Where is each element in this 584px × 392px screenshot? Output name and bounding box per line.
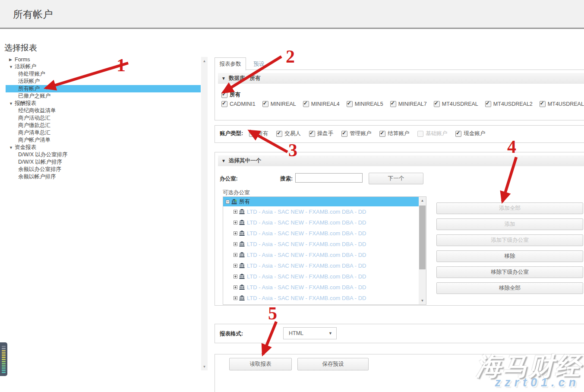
office-action-button[interactable]: 移除下级办公室 xyxy=(436,266,583,278)
database-all-checkbox[interactable]: 所有 xyxy=(221,91,240,98)
checkbox-icon[interactable] xyxy=(455,131,461,137)
collapse-box-icon[interactable] xyxy=(226,200,230,204)
database-checkbox[interactable]: MINIREAL5 xyxy=(347,101,383,107)
account-type-checkbox[interactable]: 现金账户 xyxy=(455,130,485,137)
office-item-label: LTD - Asia - SAC NEW - FXAMB.com DBA - D… xyxy=(247,284,366,291)
tree-item[interactable]: 已撤户之账户 xyxy=(6,92,201,100)
tree-expand-icon[interactable] xyxy=(9,145,15,150)
office-item[interactable]: LTD - Asia - SAC NEW - FXAMB.com DBA - D… xyxy=(223,250,426,260)
tab-report-params[interactable]: 报表参数 xyxy=(215,57,246,70)
expand-box-icon[interactable] xyxy=(234,285,237,289)
next-button[interactable]: 下一个 xyxy=(369,173,423,184)
tree-item[interactable]: 商户清单总汇 xyxy=(6,129,201,136)
office-item[interactable]: LTD - Asia - SAC NEW - FXAMB.com DBA - D… xyxy=(223,282,426,293)
expand-box-icon[interactable] xyxy=(234,275,237,278)
checkbox-icon[interactable] xyxy=(417,131,423,137)
account-type-checkbox[interactable]: 交易人 xyxy=(276,130,301,137)
expand-box-icon[interactable] xyxy=(234,242,237,246)
tree-expand-icon[interactable] xyxy=(9,101,15,106)
checkbox-icon[interactable] xyxy=(249,131,255,137)
office-section-header[interactable]: ▼ 选择其中一个 xyxy=(218,155,584,166)
tree-item[interactable]: 余额以办公室排序 xyxy=(6,166,201,173)
tree-item[interactable]: Forms xyxy=(6,56,201,63)
checkbox-icon[interactable] xyxy=(276,131,282,137)
svg-text:5: 5 xyxy=(268,303,277,323)
tree-item[interactable]: 活跃帐户 xyxy=(6,78,201,85)
account-type-checkbox[interactable]: 操盘手 xyxy=(309,130,334,137)
office-list: 所有 LTD - Asia - SAC NEW - FXAMB.com DBA … xyxy=(223,196,426,305)
database-checkbox[interactable]: CADMINI1 xyxy=(221,101,256,107)
checkbox-icon[interactable] xyxy=(221,101,227,107)
expand-box-icon[interactable] xyxy=(234,231,237,235)
database-checkbox[interactable]: MT4USDREAL3 xyxy=(540,101,584,107)
tree-item[interactable]: 商户缴款总汇 xyxy=(6,122,201,129)
office-item[interactable]: LTD - Asia - SAC NEW - FXAMB.com DBA - D… xyxy=(223,206,426,217)
office-item[interactable]: LTD - Asia - SAC NEW - FXAMB.com DBA - D… xyxy=(223,239,426,250)
database-checkbox[interactable]: MINIREAL7 xyxy=(390,101,427,107)
office-item[interactable]: LTD - Asia - SAC NEW - FXAMB.com DBA - D… xyxy=(223,217,426,228)
office-search-input[interactable] xyxy=(295,173,363,183)
office-item[interactable]: LTD - Asia - SAC NEW - FXAMB.com DBA - D… xyxy=(223,293,426,303)
scrollbar-thumb[interactable] xyxy=(419,205,426,269)
office-item[interactable]: LTD - Asia - SAC NEW - FXAMB.com DBA - D… xyxy=(223,271,426,282)
office-action-button[interactable]: 添加全部 xyxy=(436,202,583,214)
database-checkbox[interactable]: MINIREAL xyxy=(262,101,296,107)
expand-box-icon[interactable] xyxy=(234,264,237,268)
expand-box-icon[interactable] xyxy=(234,253,237,257)
checkbox-icon[interactable] xyxy=(262,101,268,107)
collapse-caret-icon[interactable]: ▼ xyxy=(221,158,226,163)
tree-item[interactable]: 商户帐户清单 xyxy=(6,136,201,144)
tree-item[interactable]: D/W/X 以帐户排序 xyxy=(6,158,201,166)
tree-item[interactable]: 所有帐户 xyxy=(6,85,201,92)
tab-presets[interactable]: 预设 xyxy=(249,58,269,70)
load-report-button[interactable]: 读取报表 xyxy=(229,358,292,370)
scroll-up-icon[interactable]: ▲ xyxy=(201,58,208,64)
checkbox-icon[interactable] xyxy=(309,131,315,137)
office-action-button[interactable]: 移除全部 xyxy=(436,282,583,294)
checkbox-icon[interactable] xyxy=(540,101,546,107)
tree-item[interactable]: 商户活动总汇 xyxy=(6,114,201,122)
office-item[interactable]: LTD - Asia - SAC NEW - FXAMB.com DBA - D… xyxy=(223,228,426,239)
tree-item[interactable]: 资金报表 xyxy=(6,144,201,151)
scroll-up-icon[interactable]: ▲ xyxy=(419,197,426,204)
scroll-down-icon[interactable]: ▼ xyxy=(201,364,208,370)
tree-item[interactable]: 活跃帐户 xyxy=(6,63,201,70)
checkbox-icon[interactable] xyxy=(485,101,491,107)
checkbox-icon[interactable] xyxy=(341,131,347,137)
tree-item[interactable]: 待处理账户 xyxy=(6,70,201,78)
checkbox-icon[interactable] xyxy=(390,101,396,107)
checkbox-icon[interactable] xyxy=(303,101,309,107)
expand-box-icon[interactable] xyxy=(234,221,237,224)
tree-item[interactable]: D/W/X 以办公室排序 xyxy=(6,151,201,158)
tree-expand-icon[interactable] xyxy=(9,57,15,62)
expand-box-icon[interactable] xyxy=(234,296,237,300)
database-checkbox[interactable]: MT4USDREAL xyxy=(434,101,478,107)
office-action-button[interactable]: 添加 xyxy=(436,218,583,230)
collapse-caret-icon[interactable]: ▼ xyxy=(221,76,226,81)
account-type-checkbox[interactable]: 管理账户 xyxy=(341,130,371,137)
account-type-checkbox[interactable]: 基础账户 xyxy=(417,130,447,137)
tree-item[interactable]: 报酬报表 xyxy=(6,100,201,107)
report-format-select[interactable]: HTML ▼ xyxy=(283,327,337,339)
office-item[interactable]: LTD - Asia - SAC NEW - FXAMB.com DBA - D… xyxy=(223,260,426,271)
account-type-checkbox[interactable]: 所有 xyxy=(249,130,268,137)
tree-item[interactable]: 经纪商收益清单 xyxy=(6,107,201,114)
checkbox-icon[interactable] xyxy=(379,131,385,137)
database-section-header[interactable]: ▼ 数据库 - 所有 xyxy=(218,73,584,84)
checkbox-icon[interactable] xyxy=(347,101,353,107)
office-list-scrollbar[interactable]: ▲ ▼ xyxy=(419,197,426,304)
database-checkbox[interactable]: MINIREAL4 xyxy=(303,101,340,107)
office-action-button[interactable]: 添加下级办公室 xyxy=(436,234,583,246)
tree-item[interactable]: 余额以帐户排序 xyxy=(6,173,201,180)
checkbox-icon[interactable] xyxy=(221,92,227,98)
database-checkbox[interactable]: MT4USDREAL2 xyxy=(485,101,533,107)
tree-expand-icon[interactable] xyxy=(9,65,15,69)
checkbox-icon[interactable] xyxy=(434,101,440,107)
office-root-item[interactable]: 所有 xyxy=(223,197,426,206)
save-preset-button[interactable]: 保存预设 xyxy=(297,358,369,370)
scroll-down-icon[interactable]: ▼ xyxy=(419,297,426,304)
office-action-button[interactable]: 移除 xyxy=(436,250,583,262)
content-scrollbar[interactable]: ▲ ▼ xyxy=(201,57,208,370)
expand-box-icon[interactable] xyxy=(234,210,237,214)
account-type-checkbox[interactable]: 结算账户 xyxy=(379,130,409,137)
